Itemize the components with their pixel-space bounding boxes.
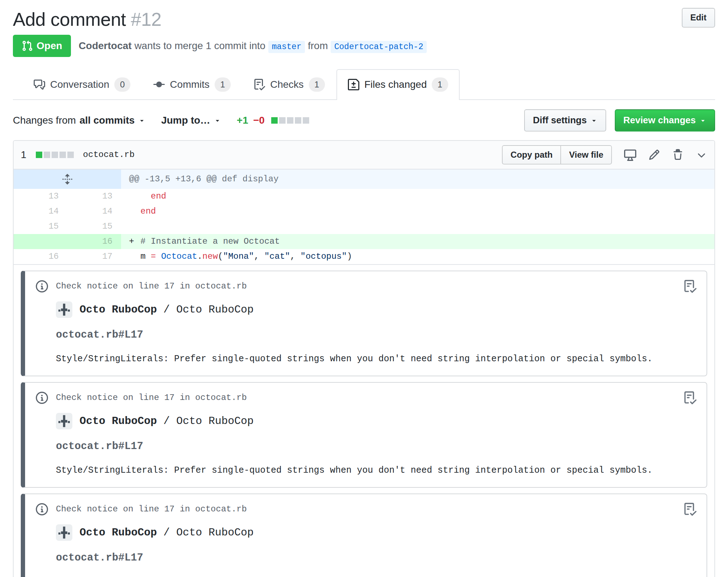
unfold-icon xyxy=(62,173,73,185)
notice-header: Check notice on line 17 in octocat.rb xyxy=(36,280,696,293)
code-line: end xyxy=(121,204,714,219)
trash-icon[interactable] xyxy=(672,149,684,161)
old-line-number[interactable]: 14 xyxy=(14,204,67,219)
caret-down-icon xyxy=(699,117,707,124)
code-line xyxy=(121,219,714,234)
jump-to-dropdown[interactable]: Jump to… xyxy=(161,113,221,128)
notice-header-text: Check notice on line 17 in octocat.rb xyxy=(56,391,247,404)
diffstat-block-neutral xyxy=(44,152,50,158)
code-token: m xyxy=(140,252,151,261)
info-icon xyxy=(36,392,48,404)
pr-title-text: Add comment xyxy=(13,9,126,30)
tab-checks[interactable]: Checks 1 xyxy=(242,69,336,99)
expand-hunk-button[interactable] xyxy=(14,170,121,189)
display-rich-diff-icon[interactable] xyxy=(624,149,636,161)
code-token: Octocat xyxy=(161,252,197,261)
diff-table: @@ -13,5 +13,6 @@ def display 13 13 end … xyxy=(14,170,714,577)
check-run-name: Octo RuboCop xyxy=(176,415,254,427)
caret-down-icon xyxy=(138,117,145,124)
check-app-name: Octo RuboCop xyxy=(80,415,157,427)
info-icon xyxy=(36,503,48,515)
diff-line: 15 15 xyxy=(14,219,714,234)
file-name-link[interactable]: octocat.rb xyxy=(83,148,135,161)
head-branch-label[interactable]: Codertocat-patch-2 xyxy=(331,41,427,53)
old-line-number[interactable] xyxy=(14,234,67,249)
additions-count: +1 xyxy=(237,113,248,128)
new-line-number[interactable]: 15 xyxy=(67,219,121,234)
code-token: = xyxy=(151,252,156,261)
diffstat-block-neutral xyxy=(295,117,301,124)
avatar xyxy=(56,413,72,429)
chevron-down-icon[interactable] xyxy=(696,149,707,161)
new-line-number[interactable]: 17 xyxy=(67,249,121,264)
code-indent xyxy=(140,191,151,201)
code-line: end xyxy=(121,189,714,204)
code-token: , xyxy=(290,252,301,261)
diff-settings-button[interactable]: Diff settings xyxy=(524,109,606,132)
pr-page: Add comment #12 Edit Open Codertocat wan… xyxy=(0,0,728,577)
diff-line-added: 16 +# Instantiate a new Octocat xyxy=(14,234,714,249)
notice-body: Octo RuboCop / Octo RuboCop octocat.rb#L… xyxy=(56,524,696,577)
caret-down-icon xyxy=(214,117,221,124)
code-token: ( xyxy=(218,252,223,261)
old-line-number[interactable]: 15 xyxy=(14,219,67,234)
pencil-icon[interactable] xyxy=(648,149,660,161)
old-line-number[interactable]: 13 xyxy=(14,189,67,204)
separator: / xyxy=(157,415,176,427)
info-icon xyxy=(36,280,48,292)
new-line-number[interactable]: 16 xyxy=(67,234,121,249)
notice-message: Style/StringLiterals: Prefer single-quot… xyxy=(56,352,696,366)
code-keyword: end xyxy=(140,206,156,216)
check-annotations: Check notice on line 17 in octocat.rb Oc… xyxy=(14,264,714,577)
new-line-number[interactable]: 13 xyxy=(67,189,121,204)
meta-from-text: from xyxy=(308,40,328,51)
check-app-name: Octo RuboCop xyxy=(80,526,157,539)
diffstat-block-neutral xyxy=(52,152,58,158)
code-token: ) xyxy=(347,252,352,261)
review-changes-button[interactable]: Review changes xyxy=(615,109,715,132)
git-commit-icon xyxy=(153,79,165,90)
copy-path-button[interactable]: Copy path xyxy=(502,145,561,165)
edit-button[interactable]: Edit xyxy=(682,8,715,28)
old-line-number[interactable]: 16 xyxy=(14,249,67,264)
file-path-button-group: Copy path View file xyxy=(502,145,612,165)
code-token: new xyxy=(202,252,218,261)
diff-settings-label: Diff settings xyxy=(533,114,586,127)
diff-line: 13 13 end xyxy=(14,189,714,204)
comment-discussion-icon xyxy=(34,79,45,90)
notice-app-row: Octo RuboCop / Octo RuboCop xyxy=(56,301,696,318)
notice-app-row: Octo RuboCop / Octo RuboCop xyxy=(56,524,696,541)
file-diff-container: 1 octocat.rb Copy path View file xyxy=(13,140,715,577)
changes-from-value: all commits xyxy=(80,113,135,128)
changes-from-dropdown[interactable]: Changes from all commits xyxy=(13,113,145,128)
base-branch-label[interactable]: master xyxy=(268,41,305,53)
view-file-button[interactable]: View file xyxy=(561,145,612,165)
check-notice: Check notice on line 17 in octocat.rb Oc… xyxy=(21,271,707,376)
tab-conversation[interactable]: Conversation 0 xyxy=(22,69,142,99)
code-token: "Mona" xyxy=(223,252,254,261)
pr-state-label: Open xyxy=(37,38,62,53)
deletions-count: −0 xyxy=(253,113,265,128)
hunk-header-text: @@ -13,5 +13,6 @@ def display xyxy=(121,170,714,189)
check-run-name: Octo RuboCop xyxy=(176,304,254,316)
tab-counter: 1 xyxy=(432,77,448,92)
tab-label: Conversation xyxy=(50,77,109,92)
tab-files-changed[interactable]: Files changed 1 xyxy=(336,69,460,100)
new-line-number[interactable]: 14 xyxy=(67,204,121,219)
jump-to-text: Jump to… xyxy=(161,113,210,128)
tab-label: Checks xyxy=(270,77,303,92)
notice-message: Style/StringLiterals: Prefer single-quot… xyxy=(56,575,696,577)
author-link[interactable]: Codertocat xyxy=(79,40,132,51)
check-run-name: Octo RuboCop xyxy=(176,526,254,539)
meta-action-text: wants to merge 1 commit into xyxy=(134,40,265,51)
diffstat-block-neutral xyxy=(59,152,66,158)
tasklist-icon xyxy=(684,503,696,516)
tab-label: Commits xyxy=(170,77,209,92)
tab-counter: 1 xyxy=(215,77,231,92)
code-line: +# Instantiate a new Octocat xyxy=(121,234,714,249)
tasklist-icon xyxy=(684,280,696,293)
notice-message: Style/StringLiterals: Prefer single-quot… xyxy=(56,464,696,477)
tab-commits[interactable]: Commits 1 xyxy=(142,69,242,99)
notice-header: Check notice on line 17 in octocat.rb xyxy=(36,503,696,516)
code-line: m = Octocat.new("Mona", "cat", "octopus"… xyxy=(121,249,714,264)
